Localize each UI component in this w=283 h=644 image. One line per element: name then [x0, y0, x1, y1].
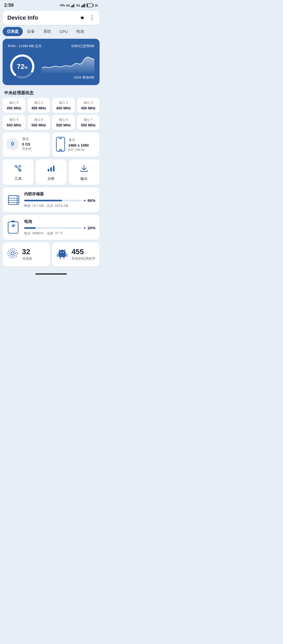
svg-rect-6: [83, 4, 84, 7]
svg-point-29: [11, 252, 14, 255]
svg-rect-14: [59, 138, 62, 139]
ram-sparkline: 3104 剩余MB: [42, 55, 94, 78]
svg-rect-0: [71, 6, 72, 7]
tools-label: 工具: [14, 176, 22, 181]
app-title: Device Info: [7, 14, 38, 21]
svg-rect-9: [93, 4, 94, 6]
test-info: 测试 0 /15 完全的: [22, 137, 31, 151]
battery-bar-fill: [24, 227, 36, 229]
svg-rect-10: [87, 4, 88, 7]
home-bar: [35, 273, 67, 275]
ram-title: RAM - 11489 MB 总共: [8, 43, 42, 48]
ram-card: RAM - 11489 MB 总共 8385已使用MB 72%: [3, 39, 100, 85]
cpu-core-4: 核心 4 500 MHz: [3, 115, 25, 130]
sensor-label: 传感器: [22, 256, 32, 261]
tool-tools[interactable]: 工具: [3, 159, 34, 185]
test-icon: 0: [6, 138, 19, 150]
svg-rect-4: [81, 6, 82, 7]
tools-row: 工具 分析 输出: [0, 159, 102, 187]
svg-rect-33: [58, 253, 66, 257]
svg-rect-16: [48, 169, 49, 171]
cpu-core-3: 核心 3 450 MHz: [77, 98, 100, 113]
svg-point-23: [17, 196, 18, 197]
info-row: 0 测试 0 /15 完全的 显示 644 x 283 6.6" | 60 …: [0, 132, 102, 159]
svg-rect-28: [11, 221, 15, 222]
battery-sub: 电压: 3696mV，温度: 37 °C: [24, 231, 95, 236]
battery-percent: 20%: [88, 226, 95, 230]
svg-rect-13: [56, 137, 65, 151]
tab-cpu[interactable]: CPU: [55, 27, 72, 36]
storage-bar-fill: [24, 200, 62, 201]
status-bar: 2:59 HD₂ 5G 5G 20: [0, 0, 102, 10]
tab-battery[interactable]: 电池: [72, 27, 88, 36]
tab-device[interactable]: 设备: [23, 27, 39, 36]
svg-point-36: [59, 249, 60, 250]
signal-icon-1: [71, 4, 75, 7]
svg-rect-18: [53, 166, 55, 171]
storage-percent: 66%: [88, 198, 95, 203]
cpu-core-2: 核心 2 450 MHz: [52, 98, 75, 113]
apps-count: 455: [72, 248, 95, 256]
svg-point-25: [17, 201, 18, 202]
ram-gauge: 72%: [8, 52, 37, 81]
tab-system[interactable]: 系统: [39, 27, 55, 36]
cpu-core-5: 核心 5 500 MHz: [28, 115, 50, 130]
apps-label: 所有的应用程序: [72, 256, 95, 261]
svg-point-30: [9, 250, 16, 257]
export-label: 输出: [80, 176, 88, 181]
status-time: 2:59: [4, 3, 14, 8]
tab-dashboard[interactable]: 仪表盘: [3, 27, 23, 36]
tool-analysis[interactable]: 分析: [36, 159, 67, 185]
cpu-core-7: 核心 7 500 MHz: [77, 115, 100, 130]
storage-sub: 释放: 74.7 GB，总共: 225.6 GB: [24, 204, 95, 208]
battery-card[interactable]: 电池 20% 电压: 3696mV，温度: 37 °C: [3, 215, 100, 240]
cpu-core-0: 核心 0 450 MHz: [3, 98, 25, 113]
analysis-label: 分析: [47, 176, 55, 181]
storage-dot: [84, 200, 85, 201]
svg-point-34: [60, 252, 61, 253]
storage-icon: [7, 193, 20, 207]
app-header: Device Info ★ ⋮: [3, 11, 100, 25]
storage-info: 内部存储器 66% 释放: 74.7 GB，总共: 225.6 GB: [24, 192, 95, 208]
network-5g-2: 5G: [76, 4, 80, 7]
cpu-core-6: 核心 6 500 MHz: [52, 115, 75, 130]
more-icon[interactable]: ⋮: [89, 14, 95, 21]
display-phone-icon: [56, 137, 65, 153]
cpu-core-1: 核心 1 450 MHz: [28, 98, 50, 113]
battery-dot: [84, 227, 85, 229]
test-card[interactable]: 0 测试 0 /15 完全的: [3, 132, 50, 157]
ram-used: 8385已使用MB: [72, 43, 94, 48]
svg-rect-5: [82, 5, 83, 7]
svg-rect-7: [84, 4, 85, 7]
signal-icon-2: [81, 4, 85, 7]
home-indicator: [0, 271, 102, 279]
apps-card[interactable]: 455 所有的应用程序: [52, 242, 100, 267]
svg-rect-27: [8, 222, 18, 233]
tool-export[interactable]: 输出: [69, 159, 100, 185]
display-info: 显示 644 x 283 6.6" | 60 Hz: [68, 138, 89, 151]
cpu-grid: 核心 0 450 MHz 核心 1 450 MHz 核心 2 450 MHz 核…: [0, 98, 102, 132]
battery-bar: [24, 227, 82, 229]
storage-card[interactable]: 内部存储器 66% 释放: 74.7 GB，总共: 225.6 GB: [3, 187, 100, 212]
ram-percent: 72%: [17, 63, 28, 71]
ram-body: 72% 3104 剩余MB: [8, 52, 94, 81]
network-5g-1: 5G: [66, 4, 70, 7]
tab-bar: 仪表盘 设备 系统 CPU 电池: [0, 27, 102, 36]
cpu-section-title: 中央处理器状态: [0, 88, 102, 98]
svg-rect-17: [50, 167, 52, 171]
svg-rect-3: [74, 4, 75, 7]
bottom-row: 32 传感器 455 所有的应用程序: [0, 242, 102, 271]
svg-rect-1: [72, 5, 73, 7]
svg-rect-15: [59, 149, 62, 151]
network-hd2: HD₂: [60, 4, 65, 7]
display-card[interactable]: 显示 644 x 283 6.6" | 60 Hz: [52, 132, 100, 157]
status-icons: HD₂ 5G 5G 20: [60, 3, 98, 7]
svg-point-37: [65, 249, 66, 250]
svg-point-24: [17, 199, 18, 200]
svg-point-35: [63, 252, 64, 253]
sensors-card[interactable]: 32 传感器: [3, 242, 50, 267]
ram-remaining: 3104 剩余MB: [42, 75, 94, 80]
storage-bar: [24, 200, 82, 201]
analysis-icon: [47, 164, 55, 174]
favorite-icon[interactable]: ★: [80, 14, 85, 21]
